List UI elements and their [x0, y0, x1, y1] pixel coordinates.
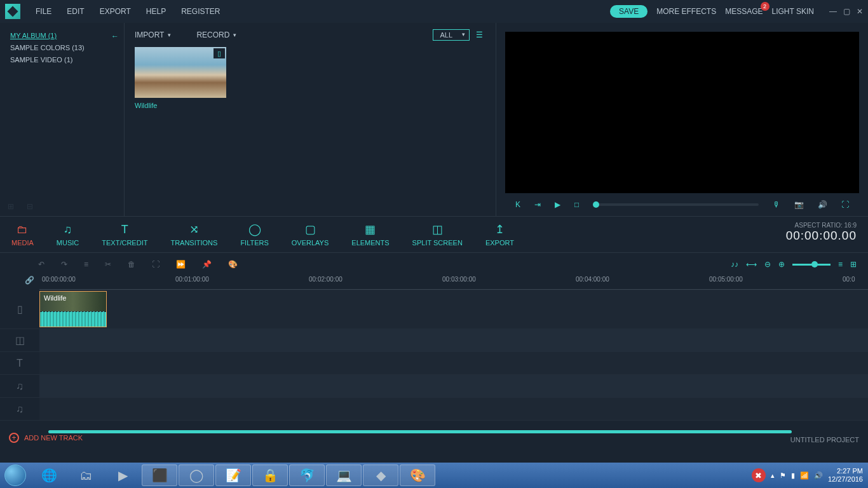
tab-music[interactable]: ♫MUSIC — [45, 217, 90, 252]
light-skin-toggle[interactable]: LIGHT SKIN — [772, 7, 814, 16]
maximize-button[interactable]: ▢ — [843, 7, 850, 16]
video-track-icon[interactable]: ▯ — [0, 290, 39, 329]
volume-icon[interactable]: 🔊 — [818, 200, 827, 209]
collapse-sidebar-icon[interactable]: ← — [111, 32, 119, 41]
sidebar-item-sample-colors[interactable]: SAMPLE COLORS (13) — [10, 44, 114, 51]
taskbar-terminal[interactable]: ⬛ — [142, 464, 177, 486]
thumbnail-label: Wildlife — [135, 102, 226, 109]
more-effects-link[interactable]: MORE EFFECTS — [656, 7, 716, 16]
media-thumbnail[interactable]: ▯ Wildlife — [135, 47, 226, 109]
tab-transitions[interactable]: ⤨TRANSITIONS — [159, 217, 229, 252]
list-mode-icon[interactable]: ≡ — [838, 260, 843, 269]
tab-filters[interactable]: ◯FILTERS — [229, 217, 280, 252]
taskbar-app1[interactable]: 🔒 — [252, 464, 288, 486]
timecode-display: 00:00:00.00 — [786, 229, 857, 243]
video-track[interactable]: Wildlife — [39, 290, 868, 329]
close-button[interactable]: ✕ — [857, 7, 863, 16]
pip-track[interactable] — [39, 329, 868, 351]
tray-arrow-icon[interactable]: ▴ — [771, 471, 775, 480]
settings-icon[interactable]: ≡ — [84, 260, 88, 269]
taskbar-app2[interactable]: 🐬 — [289, 464, 325, 486]
play-button[interactable]: ▶ — [555, 200, 560, 209]
add-new-track-button[interactable]: + ADD NEW TRACK — [0, 428, 868, 447]
text-track-icon[interactable]: T — [0, 352, 39, 374]
fullscreen-icon[interactable]: ⛶ — [841, 200, 849, 209]
taskbar-filmora[interactable]: ◆ — [363, 464, 398, 486]
cut-icon[interactable]: ✂ — [105, 260, 111, 269]
taskbar-chrome[interactable]: ◯ — [179, 464, 214, 486]
tab-elements[interactable]: ▦ELEMENTS — [340, 217, 400, 252]
filter-icon: ◯ — [248, 222, 261, 236]
audio-track-2-icon[interactable]: ♫ — [0, 398, 39, 420]
redo-icon[interactable]: ↷ — [61, 260, 67, 269]
voiceover-icon[interactable]: 🎙 — [773, 200, 780, 209]
text-track[interactable] — [39, 352, 868, 374]
pip-track-icon[interactable]: ◫ — [0, 329, 39, 351]
audio-track-1-icon[interactable]: ♫ — [0, 375, 39, 397]
tray-network-icon[interactable]: 📶 — [800, 471, 809, 480]
timeline-clip[interactable]: Wildlife — [39, 291, 107, 327]
speed-icon[interactable]: ⏩ — [176, 260, 186, 269]
sidebar-item-my-album[interactable]: MY ALBUM (1) — [10, 32, 114, 39]
tray-battery-icon[interactable]: ▮ — [791, 471, 795, 480]
timeline-ruler[interactable]: 00:00:00:00 00:01:00:00 00:02:00:00 00:0… — [39, 276, 868, 290]
import-dropdown[interactable]: IMPORT▾ — [135, 30, 171, 39]
color-icon[interactable]: 🎨 — [228, 260, 238, 269]
audio-track-2[interactable] — [39, 398, 868, 420]
preview-scrubber[interactable] — [593, 203, 759, 206]
menu-register[interactable]: REGISTER — [173, 7, 227, 16]
save-button[interactable]: SAVE — [610, 5, 648, 18]
taskbar-explorer[interactable]: 🗂 — [68, 464, 104, 486]
sidebar-item-sample-video[interactable]: SAMPLE VIDEO (1) — [10, 56, 114, 64]
taskbar-clock[interactable]: 2:27 PM 12/27/2016 — [828, 467, 863, 484]
elements-icon: ▦ — [365, 222, 376, 236]
tab-overlays[interactable]: ▢OVERLAYS — [280, 217, 341, 252]
marker-icon[interactable]: 📌 — [202, 260, 212, 269]
audio-track-1[interactable] — [39, 375, 868, 397]
tray-status-icon[interactable]: ✖ — [752, 468, 766, 482]
record-dropdown[interactable]: RECORD▾ — [196, 30, 236, 39]
taskbar-app3[interactable]: 💻 — [326, 464, 362, 486]
text-icon: T — [121, 223, 128, 236]
start-button[interactable] — [0, 463, 31, 488]
menu-file[interactable]: FILE — [28, 7, 59, 16]
tab-media[interactable]: 🗀MEDIA — [0, 217, 45, 252]
next-frame-button[interactable]: ⇥ — [534, 200, 541, 209]
audio-mixer-icon[interactable]: ♪♪ — [731, 260, 738, 269]
tab-export[interactable]: ↥EXPORT — [474, 217, 526, 252]
tray-flag-icon[interactable]: ⚑ — [780, 471, 786, 480]
delete-icon[interactable]: 🗑 — [128, 260, 135, 269]
new-folder-icon[interactable]: ⊞ — [8, 202, 14, 211]
menu-help[interactable]: HELP — [139, 7, 173, 16]
zoom-in-icon[interactable]: ⊕ — [778, 260, 785, 269]
split-icon: ◫ — [432, 222, 443, 236]
zoom-slider[interactable] — [792, 264, 831, 266]
taskbar-ie[interactable]: 🌐 — [31, 464, 67, 486]
export-icon: ↥ — [495, 222, 505, 236]
list-view-icon[interactable]: ☰ — [476, 30, 483, 39]
prev-frame-button[interactable]: K — [515, 200, 520, 209]
message-link[interactable]: MESSAGE 2 — [725, 7, 763, 16]
taskbar-media-player[interactable]: ▶ — [105, 464, 140, 486]
aspect-ratio-label: ASPECT RATIO: 16:9 — [786, 222, 857, 229]
filter-select[interactable]: ALL ▾ — [433, 29, 470, 41]
undo-icon[interactable]: ↶ — [38, 260, 44, 269]
menu-export[interactable]: EXPORT — [92, 7, 139, 16]
taskbar-paint[interactable]: 🎨 — [400, 464, 435, 486]
tab-split-screen[interactable]: ◫SPLIT SCREEN — [401, 217, 474, 252]
zoom-out-icon[interactable]: ⊖ — [764, 260, 771, 269]
tab-text[interactable]: TTEXT/CREDIT — [90, 217, 159, 252]
tray-volume-icon[interactable]: 🔊 — [814, 471, 823, 480]
grid-mode-icon[interactable]: ⊞ — [850, 260, 857, 269]
snapshot-icon[interactable]: 📷 — [794, 200, 804, 209]
message-badge: 2 — [761, 2, 770, 11]
delete-folder-icon[interactable]: ⊟ — [27, 202, 33, 211]
crop-icon[interactable]: ⛶ — [152, 260, 159, 269]
music-icon: ♫ — [64, 223, 72, 236]
clip-audio-waveform — [40, 311, 106, 327]
minimize-button[interactable]: — — [829, 7, 837, 16]
taskbar-notepad[interactable]: 📝 — [215, 464, 251, 486]
menu-edit[interactable]: EDIT — [59, 7, 92, 16]
fit-icon[interactable]: ⟷ — [746, 260, 757, 269]
stop-button[interactable]: □ — [574, 200, 579, 209]
